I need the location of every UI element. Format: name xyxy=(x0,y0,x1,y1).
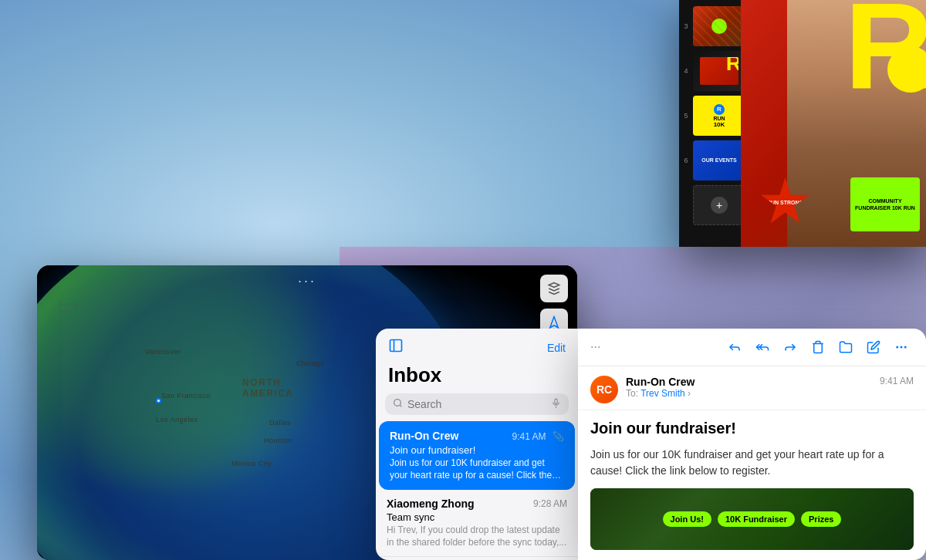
search-icon xyxy=(393,398,403,410)
email-received-time: 9:41 AM xyxy=(880,376,914,386)
mail-detail-panel: ··· xyxy=(578,329,926,560)
sender-name: Run-On Crew xyxy=(626,376,872,388)
mail-email-list: Run-On Crew 9:41 AM 📎 Join our fundraise… xyxy=(376,421,578,560)
promo-badge-join[interactable]: Join Us! xyxy=(663,511,711,527)
design-thumbnail-6[interactable]: OUR EVENTS xyxy=(693,140,741,180)
maps-menu-dots[interactable]: ··· xyxy=(298,273,316,289)
promo-badge-prizes[interactable]: Prizes xyxy=(801,511,841,527)
svg-rect-4 xyxy=(555,399,557,404)
recipient-link[interactable]: Trev Smith xyxy=(640,388,685,399)
sidebar-row-5: 5 R RUN 10K xyxy=(682,96,738,136)
svg-point-7 xyxy=(905,346,907,348)
design-thumbnail-3[interactable] xyxy=(693,6,741,46)
plus-icon[interactable]: + xyxy=(711,197,728,214)
design-canvas-content: R COMMUNITY FUNDRAISER 10K RUN RUN STRON… xyxy=(741,0,926,247)
mail-detail-subject: Join our fundraiser! xyxy=(590,420,914,437)
map-label-dallas: Dallas xyxy=(269,419,291,427)
email-preview-2: Hi Trev, If you could drop the latest up… xyxy=(387,525,567,548)
badge-text: COMMUNITY FUNDRAISER 10K RUN xyxy=(850,197,920,211)
toolbar-dots: ··· xyxy=(590,340,600,354)
more-button[interactable] xyxy=(889,335,914,359)
mail-detail-header: RC Run-On Crew To: Trev Smith › 9:41 AM xyxy=(578,366,926,410)
map-label-bering: BeringSea xyxy=(59,301,79,315)
svg-point-3 xyxy=(394,400,401,407)
email-subject-1: Join our fundraiser! xyxy=(390,444,564,456)
thumb-person-icon xyxy=(711,19,727,34)
design-thumbnail-4[interactable]: R xyxy=(693,51,741,91)
email-sender-2: Xiaomeng Zhong xyxy=(387,498,475,510)
microphone-icon[interactable] xyxy=(551,398,561,410)
svg-marker-0 xyxy=(549,283,559,288)
sender-row: RC Run-On Crew To: Trev Smith › 9:41 AM xyxy=(590,376,914,403)
map-label-sf: San Francisco xyxy=(161,392,211,400)
mail-edit-button[interactable]: Edit xyxy=(547,342,566,354)
chevron-right-icon: › xyxy=(688,388,691,399)
email-header-1: Run-On Crew 9:41 AM 📎 xyxy=(390,429,564,443)
svg-point-6 xyxy=(901,346,902,348)
forward-button[interactable] xyxy=(778,335,803,359)
mail-sidebar-header: Edit xyxy=(376,329,578,363)
maps-layers-button[interactable] xyxy=(540,275,568,302)
map-label-north-america: NORTHAMERICA xyxy=(242,377,294,399)
mail-detail-toolbar: ··· xyxy=(578,329,926,366)
trash-button[interactable] xyxy=(806,335,830,359)
thumb-num-3: 3 xyxy=(682,22,690,30)
mail-detail-body: Join our fundraiser! Join us for our 10K… xyxy=(578,410,926,560)
map-label-houston: Houston xyxy=(264,437,292,444)
sender-info: Run-On Crew To: Trev Smith › xyxy=(626,376,872,399)
mail-search-bar[interactable] xyxy=(385,393,569,415)
thumb-num-4: 4 xyxy=(682,67,690,75)
sidebar-row-add: + xyxy=(682,185,738,225)
avatar-initials: RC xyxy=(596,383,612,396)
mail-promo-image: Join Us! 10K Fundraiser Prizes xyxy=(590,488,914,550)
promo-badge-10k[interactable]: 10K Fundraiser xyxy=(718,511,795,527)
folder-button[interactable] xyxy=(833,335,858,359)
map-label-chicago: Chicago xyxy=(296,359,325,367)
mail-email-item-3[interactable]: Xiaomeng Zhong 9:13 AM Friday meeting xyxy=(376,557,578,560)
design-app-window: 3 4 R 5 R RUN 10K 6 xyxy=(679,0,926,247)
thumb-num-6: 6 xyxy=(682,157,690,164)
svg-point-8 xyxy=(897,346,898,348)
sender-to-line: To: Trev Smith › xyxy=(626,388,872,399)
email-header-2: Xiaomeng Zhong 9:28 AM xyxy=(387,498,567,510)
map-label-la: Los Angeles xyxy=(156,416,198,423)
design-community-badge: COMMUNITY FUNDRAISER 10K RUN xyxy=(850,177,920,231)
email-time-1: 9:41 AM xyxy=(512,431,546,442)
map-label-vancouver: Vancouver xyxy=(145,348,181,356)
search-input[interactable] xyxy=(407,398,546,410)
email-preview-1: Join us for our 10K fundraiser and get y… xyxy=(390,457,564,481)
map-label-mexico: Mexico City xyxy=(231,460,272,467)
sidebar-toggle-button[interactable] xyxy=(388,338,404,357)
reply-all-button[interactable] xyxy=(750,335,775,359)
compose-button[interactable] xyxy=(861,335,886,359)
reply-button[interactable] xyxy=(722,335,747,359)
design-canvas: R COMMUNITY FUNDRAISER 10K RUN RUN STRON… xyxy=(741,0,926,247)
design-add-slide-button[interactable]: + xyxy=(693,185,741,225)
sidebar-row-3: 3 xyxy=(682,6,738,46)
mail-email-item-2[interactable]: Xiaomeng Zhong 9:28 AM Team sync Hi Trev… xyxy=(376,490,578,557)
mail-sidebar-panel: Edit Inbox Run-On Crew 9:41 AM xyxy=(376,329,578,560)
mail-email-item-1[interactable]: Run-On Crew 9:41 AM 📎 Join our fundraise… xyxy=(379,421,575,490)
email-sender-1: Run-On Crew xyxy=(390,430,458,442)
design-thumbnail-sidebar: 3 4 R 5 R RUN 10K 6 xyxy=(679,0,741,247)
map-dot-sf xyxy=(156,398,161,403)
sidebar-row-4: 4 R xyxy=(682,51,738,91)
mail-body-text: Join us for our 10K fundraiser and get y… xyxy=(590,447,914,479)
thumb-num-5: 5 xyxy=(682,112,690,120)
sender-avatar: RC xyxy=(590,376,618,403)
attachment-icon-1: 📎 xyxy=(553,431,564,442)
maps-toolbar xyxy=(540,275,568,336)
email-subject-2: Team sync xyxy=(387,511,567,523)
design-thumbnail-5[interactable]: R RUN 10K xyxy=(693,96,741,136)
sidebar-row-6: 6 OUR EVENTS xyxy=(682,140,738,180)
mail-inbox-title: Inbox xyxy=(376,363,578,393)
email-time-2: 9:28 AM xyxy=(533,498,567,509)
svg-rect-1 xyxy=(390,340,402,352)
